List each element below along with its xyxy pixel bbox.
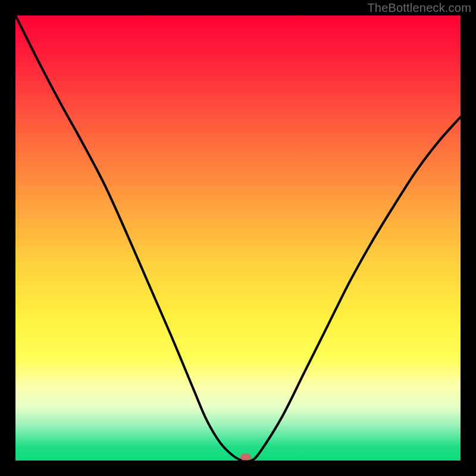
- minimum-marker: [240, 454, 251, 461]
- plot-area: [15, 15, 461, 461]
- chart-frame: TheBottleneck.com: [0, 0, 476, 476]
- watermark-text: TheBottleneck.com: [367, 1, 471, 15]
